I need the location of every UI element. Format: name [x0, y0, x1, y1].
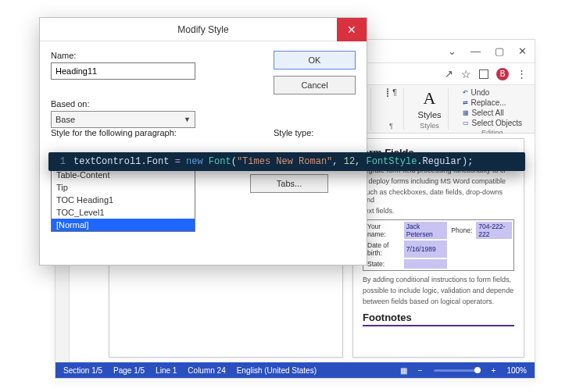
- styletype-label: Style type:: [274, 128, 356, 137]
- chevron-down-icon: ▼: [184, 116, 191, 123]
- stylefor-label: Style for the following paragraph:: [51, 128, 263, 137]
- maximize-button[interactable]: ▢: [495, 45, 504, 57]
- chevron-down-icon[interactable]: ⌄: [448, 45, 456, 57]
- select-all-button[interactable]: ▦Select All: [463, 109, 522, 117]
- dialog-title: Modify Style: [177, 24, 228, 35]
- zoom-plus-icon[interactable]: +: [492, 366, 496, 375]
- ribbon-group-styles: A Styles Styles: [412, 88, 449, 130]
- dropdown-item[interactable]: Tip: [52, 181, 195, 194]
- cancel-button[interactable]: Cancel: [274, 76, 356, 94]
- ok-button[interactable]: OK: [274, 51, 356, 69]
- ribbon-group-editing: ↶Undo ⇄Replace... ▦Select All ▭Select Ob…: [456, 88, 528, 130]
- basedon-label: Based on:: [51, 99, 263, 109]
- styles-button[interactable]: Styles: [418, 110, 442, 119]
- status-bar: Section 1/5 Page 1/5 Line 1 Column 24 En…: [55, 362, 535, 378]
- replace-button[interactable]: ⇄Replace...: [463, 98, 522, 107]
- dialog-titlebar: Modify Style ✕: [40, 18, 367, 41]
- status-page: Page 1/5: [113, 366, 145, 375]
- kebab-icon[interactable]: ⋮: [517, 68, 527, 80]
- name-input[interactable]: [51, 62, 195, 80]
- tabs-button[interactable]: Tabs...: [250, 174, 328, 193]
- name-label: Name:: [51, 51, 263, 60]
- undo-button[interactable]: ↶Undo: [463, 88, 522, 97]
- status-section: Section 1/5: [63, 366, 102, 375]
- section-heading-2: Footnotes: [363, 312, 514, 326]
- status-line: Line 1: [156, 366, 177, 375]
- status-language: English (United States): [237, 366, 317, 375]
- minimize-button[interactable]: —: [470, 45, 481, 57]
- status-column: Column 24: [188, 366, 225, 375]
- dropdown-item[interactable]: TOC_Level1: [52, 206, 195, 219]
- select-objects-button[interactable]: ▭Select Objects: [463, 119, 522, 127]
- close-icon: ✕: [347, 23, 356, 36]
- styles-group-label: Styles: [420, 122, 439, 130]
- avatar[interactable]: B: [496, 68, 509, 80]
- star-icon[interactable]: ☆: [461, 68, 471, 80]
- close-window-button[interactable]: ✕: [518, 45, 527, 57]
- share-icon[interactable]: ↗: [445, 68, 453, 80]
- form-table: Your name:Jack PetersenPhone:704-222-222…: [363, 219, 514, 271]
- modify-style-dialog: Modify Style ✕ Name: OK Cancel Based on:…: [39, 17, 367, 265]
- styles-icon[interactable]: A: [424, 88, 436, 109]
- ribbon-group-para: ┋ ¶ ¶: [379, 88, 403, 130]
- dropdown-item[interactable]: TOC Heading1: [52, 194, 195, 206]
- zoom-minus-icon[interactable]: −: [418, 366, 423, 375]
- dropdown-item-selected[interactable]: [Normal]: [52, 219, 195, 231]
- page-right: orm Fields tegrate form field processing…: [352, 138, 524, 358]
- dialog-close-button[interactable]: ✕: [337, 18, 367, 41]
- line-number: 1: [53, 156, 66, 167]
- code-overlay: 1 textControl1.Font = new Font("Times Ne…: [48, 152, 525, 171]
- zoom-view-icon[interactable]: ▦: [400, 366, 407, 375]
- square-icon[interactable]: [479, 69, 488, 79]
- zoom-slider[interactable]: [434, 369, 481, 372]
- basedon-combo[interactable]: Base▼: [51, 111, 195, 128]
- zoom-value: 100%: [506, 366, 527, 375]
